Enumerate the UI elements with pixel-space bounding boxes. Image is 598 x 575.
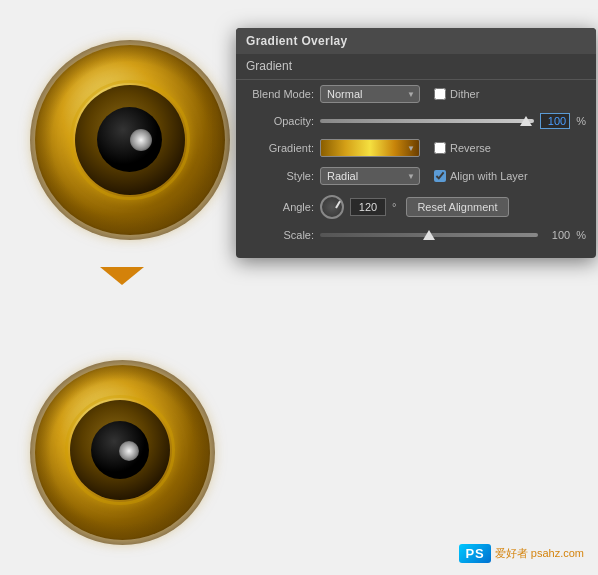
opacity-slider[interactable]: [320, 119, 534, 123]
scale-unit: %: [576, 229, 586, 241]
dither-label: Dither: [450, 88, 479, 100]
style-row: Style: Radial Linear Angle Reflected Dia…: [236, 162, 596, 190]
panel-title: Gradient Overlay: [236, 28, 596, 54]
opacity-row: Opacity: 100 %: [236, 108, 596, 134]
style-select-wrapper[interactable]: Radial Linear Angle Reflected Diamond: [320, 167, 420, 185]
gradient-preview-wrapper[interactable]: [320, 139, 420, 157]
arrow-down-indicator: [100, 267, 144, 285]
dither-group: Dither: [434, 88, 479, 100]
align-layer-checkbox[interactable]: [434, 170, 446, 182]
reset-alignment-button[interactable]: Reset Alignment: [406, 197, 508, 217]
opacity-thumb: [520, 116, 532, 126]
eye-top: [30, 40, 230, 240]
scale-row: Scale: 100 %: [236, 224, 596, 246]
style-select[interactable]: Radial Linear Angle Reflected Diamond: [320, 167, 420, 185]
blend-mode-label: Blend Mode:: [246, 88, 314, 100]
panel-subtitle: Gradient: [236, 54, 596, 80]
eye-iris-top: [75, 85, 185, 195]
angle-label: Angle:: [246, 201, 314, 213]
angle-row: Angle: 120 ° Reset Alignment: [236, 190, 596, 224]
angle-unit: °: [392, 201, 396, 213]
blend-mode-select-wrapper[interactable]: Normal Multiply Screen Overlay: [320, 85, 420, 103]
blend-mode-select[interactable]: Normal Multiply Screen Overlay: [320, 85, 420, 103]
gradient-label: Gradient:: [246, 142, 314, 154]
eye-iris-bottom: [70, 400, 170, 500]
reverse-group: Reverse: [434, 142, 491, 154]
eye-pupil-top: [97, 107, 162, 172]
gradient-preview[interactable]: [320, 139, 420, 157]
eye-bottom: [30, 360, 215, 545]
reverse-label: Reverse: [450, 142, 491, 154]
scale-label: Scale:: [246, 229, 314, 241]
opacity-value[interactable]: 100: [540, 113, 570, 129]
dither-checkbox[interactable]: [434, 88, 446, 100]
blend-mode-row: Blend Mode: Normal Multiply Screen Overl…: [236, 80, 596, 108]
reverse-checkbox[interactable]: [434, 142, 446, 154]
align-layer-label: Align with Layer: [450, 170, 528, 182]
watermark-site: 爱好者 psahz.com: [495, 546, 584, 561]
scale-value: 100: [552, 229, 570, 241]
opacity-label: Opacity:: [246, 115, 314, 127]
scale-thumb: [423, 230, 435, 240]
align-layer-group: Align with Layer: [434, 170, 528, 182]
angle-dial[interactable]: [320, 195, 344, 219]
style-label: Style:: [246, 170, 314, 182]
angle-value[interactable]: 120: [350, 198, 386, 216]
watermark: PS 爱好者 psahz.com: [459, 544, 584, 563]
eye-highlight-bottom: [119, 441, 139, 461]
gradient-row: Gradient: Reverse: [236, 134, 596, 162]
ps-logo: PS: [459, 544, 490, 563]
eye-highlight-top: [130, 129, 152, 151]
eye-pupil-bottom: [91, 421, 149, 479]
scale-slider[interactable]: [320, 233, 538, 237]
opacity-unit: %: [576, 115, 586, 127]
gradient-overlay-panel: Gradient Overlay Gradient Blend Mode: No…: [236, 28, 596, 258]
